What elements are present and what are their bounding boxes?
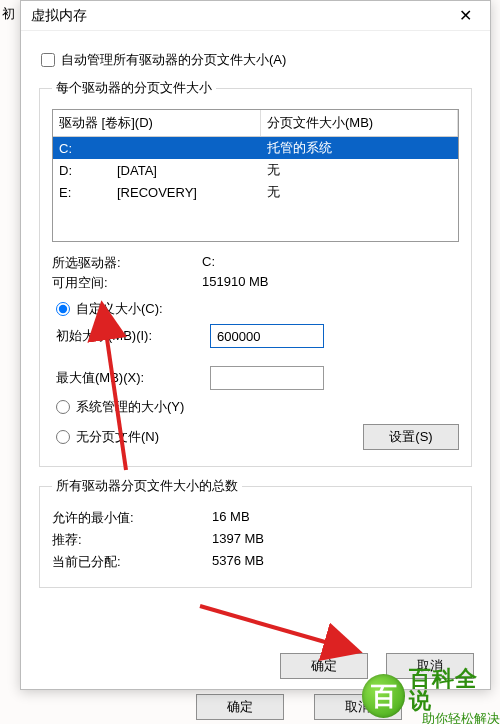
no-paging-radio-row[interactable]: 无分页文件(N) — [52, 428, 159, 446]
min-value: 16 MB — [212, 509, 250, 527]
no-paging-label: 无分页文件(N) — [76, 428, 159, 446]
current-row: 当前已分配: 5376 MB — [52, 553, 459, 571]
watermark-text: 百科全说 助你轻松解决 — [409, 668, 500, 725]
totals-legend: 所有驱动器分页文件大小的总数 — [52, 477, 242, 495]
header-drive: 驱动器 [卷标](D) — [53, 110, 261, 136]
current-label: 当前已分配: — [52, 553, 212, 571]
row-size: 托管的系统 — [261, 138, 458, 158]
no-paging-radio[interactable] — [56, 430, 70, 444]
list-row[interactable]: E: [RECOVERY] 无 — [53, 181, 458, 203]
max-size-input[interactable] — [210, 366, 324, 390]
system-managed-radio[interactable] — [56, 400, 70, 414]
custom-size-radio[interactable] — [56, 302, 70, 316]
recommended-label: 推荐: — [52, 531, 212, 549]
outer-ok-button[interactable]: 确定 — [196, 694, 284, 720]
initial-size-label: 初始大小(MB)(I): — [52, 327, 210, 345]
row-size: 无 — [261, 182, 458, 202]
selected-drive-row: 所选驱动器: C: — [52, 254, 459, 272]
watermark-badge-icon: 百 — [362, 674, 405, 718]
recommended-value: 1397 MB — [212, 531, 264, 549]
row-size: 无 — [261, 160, 458, 180]
system-managed-radio-row[interactable]: 系统管理的大小(Y) — [52, 398, 459, 416]
watermark: 百 百科全说 助你轻松解决 — [362, 668, 500, 724]
background-text: 初 — [2, 5, 15, 23]
min-label: 允许的最小值: — [52, 509, 212, 527]
row-label: [RECOVERY] — [111, 184, 261, 201]
recommended-row: 推荐: 1397 MB — [52, 531, 459, 549]
initial-size-row: 初始大小(MB)(I): — [52, 324, 459, 348]
selected-drive-value: C: — [202, 254, 215, 272]
drive-listbox[interactable]: 驱动器 [卷标](D) 分页文件大小(MB) C: 托管的系统 D: [DATA… — [52, 109, 459, 242]
free-space-value: 151910 MB — [202, 274, 269, 292]
auto-manage-row[interactable]: 自动管理所有驱动器的分页文件大小(A) — [41, 51, 472, 69]
list-body: C: 托管的系统 D: [DATA] 无 E: [RECOVERY] 无 — [53, 137, 458, 241]
list-header: 驱动器 [卷标](D) 分页文件大小(MB) — [53, 110, 458, 137]
ok-button[interactable]: 确定 — [280, 653, 368, 679]
system-managed-label: 系统管理的大小(Y) — [76, 398, 184, 416]
row-label: [DATA] — [111, 162, 261, 179]
watermark-subtitle: 助你轻松解决 — [409, 712, 500, 725]
list-row[interactable]: D: [DATA] 无 — [53, 159, 458, 181]
selected-drive-label: 所选驱动器: — [52, 254, 202, 272]
close-icon[interactable]: ✕ — [451, 2, 480, 29]
titlebar: 虚拟内存 ✕ — [21, 1, 490, 31]
totals-group: 所有驱动器分页文件大小的总数 允许的最小值: 16 MB 推荐: 1397 MB… — [39, 477, 472, 588]
per-drive-legend: 每个驱动器的分页文件大小 — [52, 79, 216, 97]
virtual-memory-dialog: 虚拟内存 ✕ 自动管理所有驱动器的分页文件大小(A) 每个驱动器的分页文件大小 … — [20, 0, 491, 690]
max-size-row: 最大值(MB)(X): — [52, 366, 459, 390]
list-row[interactable]: C: 托管的系统 — [53, 137, 458, 159]
set-button[interactable]: 设置(S) — [363, 424, 459, 450]
dialog-content: 自动管理所有驱动器的分页文件大小(A) 每个驱动器的分页文件大小 驱动器 [卷标… — [21, 31, 490, 689]
auto-manage-label: 自动管理所有驱动器的分页文件大小(A) — [61, 51, 286, 69]
free-space-label: 可用空间: — [52, 274, 202, 292]
watermark-title: 百科全说 — [409, 668, 500, 712]
row-label — [111, 147, 261, 149]
window-title: 虚拟内存 — [31, 7, 87, 25]
min-row: 允许的最小值: 16 MB — [52, 509, 459, 527]
initial-size-input[interactable] — [210, 324, 324, 348]
no-paging-row: 无分页文件(N) 设置(S) — [52, 424, 459, 450]
custom-size-radio-row[interactable]: 自定义大小(C): — [52, 300, 459, 318]
auto-manage-checkbox[interactable] — [41, 53, 55, 67]
max-size-label: 最大值(MB)(X): — [52, 369, 210, 387]
free-space-row: 可用空间: 151910 MB — [52, 274, 459, 292]
row-drive: D: — [53, 162, 111, 179]
custom-size-label: 自定义大小(C): — [76, 300, 163, 318]
current-value: 5376 MB — [212, 553, 264, 571]
per-drive-group: 每个驱动器的分页文件大小 驱动器 [卷标](D) 分页文件大小(MB) C: 托… — [39, 79, 472, 467]
row-drive: E: — [53, 184, 111, 201]
header-size: 分页文件大小(MB) — [261, 110, 458, 136]
row-drive: C: — [53, 140, 111, 157]
